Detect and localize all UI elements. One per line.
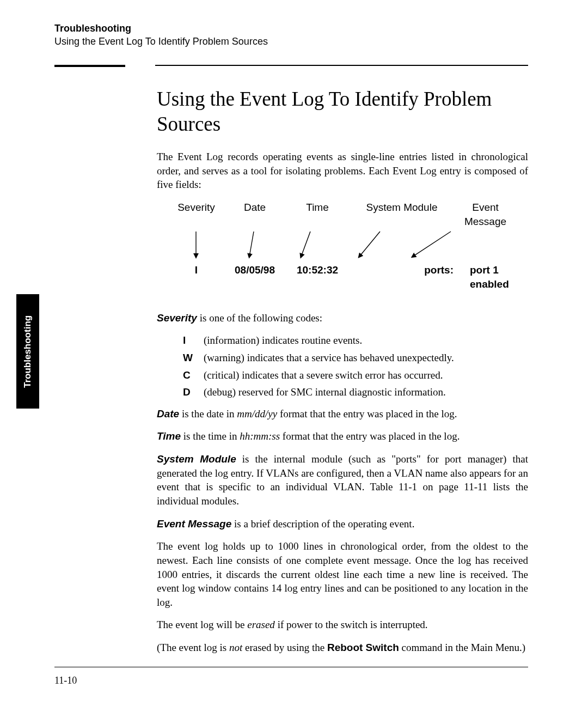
section-rule (157, 65, 528, 71)
diagram-labels-row: Severity Date Time System Module Event M… (168, 200, 517, 228)
reboot-line: (The event log is not erased by using th… (157, 641, 528, 655)
event-message-line: Event Message is a brief description of … (157, 517, 528, 531)
footer-rule (54, 667, 528, 667)
erased-line: The event log will be erased if power to… (157, 618, 528, 632)
intro-paragraph: The Event Log records operating events a… (157, 150, 528, 192)
svg-line-2 (301, 232, 310, 257)
running-header: Troubleshooting Using the Event Log To I… (54, 22, 528, 48)
page-number: 11-10 (54, 675, 528, 686)
header-section: Using the Event Log To Identify Problem … (54, 35, 528, 48)
time-term: Time (157, 430, 181, 442)
desc-w: (warning) indicates that a service has b… (204, 351, 528, 365)
reboot-not-ital: not (229, 642, 242, 653)
module-term: System Module (157, 453, 236, 465)
code-d: D (183, 385, 204, 399)
value-message: port 1 enabled (470, 263, 517, 291)
page-title: Using the Event Log To Identify Problem … (157, 87, 528, 137)
desc-c: (critical) indicates that a severe switc… (204, 368, 528, 382)
label-module: System Module (350, 200, 454, 228)
severity-code-list: I (information) indicates routine events… (183, 333, 528, 399)
event-message-term: Event Message (157, 518, 231, 530)
value-date: 08/05/98 (225, 263, 285, 291)
label-severity: Severity (168, 200, 225, 228)
severity-row-c: C (critical) indicates that a severe swi… (183, 368, 528, 382)
label-time: Time (285, 200, 350, 228)
svg-line-3 (359, 232, 380, 257)
value-time: 10:52:32 (285, 263, 350, 291)
severity-row-i: I (information) indicates routine events… (183, 333, 528, 348)
erased-ital: erased (247, 619, 275, 630)
severity-row-w: W (warning) indicates that a service has… (183, 351, 528, 365)
date-term: Date (157, 408, 179, 419)
code-c: C (183, 368, 204, 382)
header-chapter: Troubleshooting (54, 22, 528, 35)
content-column: Using the Event Log To Identify Problem … (157, 65, 528, 655)
diagram-values-row: I 08/05/98 10:52:32 ports: port 1 enable… (168, 263, 517, 291)
svg-line-4 (413, 232, 451, 257)
diagram-arrows (168, 230, 505, 261)
module-line: System Module is the internal module (su… (157, 452, 528, 508)
value-severity: I (168, 263, 225, 291)
label-date: Date (225, 200, 285, 228)
severity-lead: Severity is one of the following codes: (157, 311, 528, 325)
desc-d: (debug) reserved for SMC internal diagno… (204, 385, 528, 399)
time-line: Time is the time in hh:mm:ss format that… (157, 429, 528, 443)
event-log-diagram: Severity Date Time System Module Event M… (168, 200, 517, 291)
date-line: Date is the date in mm/dd/yy format that… (157, 407, 528, 421)
reboot-switch-cmd: Reboot Switch (327, 642, 399, 653)
rule-long (155, 65, 528, 66)
severity-row-d: D (debug) reserved for SMC internal diag… (183, 385, 528, 399)
severity-rest: is one of the following codes: (197, 312, 322, 324)
label-message: Event Message (454, 200, 517, 228)
page: Troubleshooting Using the Event Log To I… (0, 0, 588, 706)
side-tab-troubleshooting: Troubleshooting (16, 294, 39, 409)
time-format: hh:mm:ss (240, 430, 280, 442)
code-w: W (183, 351, 204, 365)
desc-i: (information) indicates routine events. (204, 333, 528, 348)
svg-line-1 (249, 232, 254, 257)
log-capacity-paragraph: The event log holds up to 1000 lines in … (157, 539, 528, 609)
rule-short (54, 65, 125, 67)
code-i: I (183, 333, 204, 348)
value-module: ports: (350, 263, 470, 291)
severity-term: Severity (157, 312, 197, 324)
date-format: mm/dd/yy (237, 408, 277, 419)
